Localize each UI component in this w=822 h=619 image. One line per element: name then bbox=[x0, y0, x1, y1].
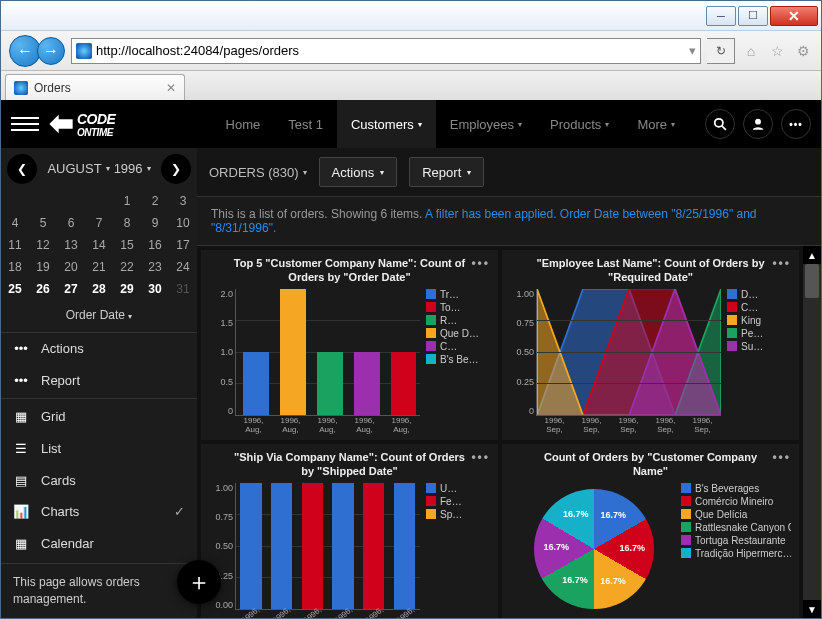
chart-plot[interactable]: 1.000.750.500.2501996,Sep,231996,Sep,241… bbox=[510, 289, 723, 434]
scrollbar[interactable]: ▲ ▼ bbox=[803, 246, 821, 618]
legend-item[interactable]: Rattlesnake Canyon Gr… bbox=[681, 522, 791, 533]
calendar-day[interactable]: 20 bbox=[57, 256, 85, 278]
calendar-day[interactable]: 17 bbox=[169, 234, 197, 256]
fab-add-button[interactable]: ＋ bbox=[177, 560, 221, 604]
window-minimize-button[interactable]: ─ bbox=[706, 6, 736, 26]
more-button[interactable]: ••• bbox=[781, 109, 811, 139]
calendar-day[interactable]: 15 bbox=[113, 234, 141, 256]
chart-plot[interactable]: 1.000.750.500.250.001996,Au…1996,Se…1996… bbox=[209, 483, 422, 618]
hamburger-menu-icon[interactable] bbox=[11, 110, 39, 138]
calendar-prev-button[interactable]: ❮ bbox=[7, 154, 37, 184]
legend-item[interactable]: Tr… bbox=[426, 289, 490, 300]
calendar-next-button[interactable]: ❯ bbox=[161, 154, 191, 184]
calendar-day[interactable]: 24 bbox=[169, 256, 197, 278]
calendar-day[interactable]: 30 bbox=[141, 278, 169, 300]
legend-item[interactable]: U… bbox=[426, 483, 490, 494]
chart-more-icon[interactable]: ••• bbox=[471, 450, 490, 464]
chart-more-icon[interactable]: ••• bbox=[772, 256, 791, 270]
legend-item[interactable]: Tortuga Restaurante bbox=[681, 535, 791, 546]
address-bar[interactable]: ▾ bbox=[71, 38, 701, 64]
settings-icon[interactable]: ⚙ bbox=[793, 41, 813, 61]
breadcrumb[interactable]: ORDERS (830) ▾ bbox=[209, 165, 307, 180]
window-maximize-button[interactable]: ☐ bbox=[738, 6, 768, 26]
scroll-thumb[interactable] bbox=[805, 264, 819, 298]
calendar-day[interactable]: 25 bbox=[1, 278, 29, 300]
nav-tab-test-1[interactable]: Test 1 bbox=[274, 100, 337, 148]
chart-plot[interactable]: 16.7%16.7%16.7%16.7%16.7%16.7% bbox=[510, 483, 677, 618]
legend-item[interactable]: King bbox=[727, 315, 791, 326]
report-button[interactable]: Report▾ bbox=[409, 157, 484, 187]
calendar-day[interactable]: 1 bbox=[113, 190, 141, 212]
calendar-day[interactable]: 31 bbox=[169, 278, 197, 300]
calendar-day[interactable]: 8 bbox=[113, 212, 141, 234]
calendar-title[interactable]: AUGUST▾ 1996▾ bbox=[47, 161, 150, 176]
legend-item[interactable]: Su… bbox=[727, 341, 791, 352]
home-icon[interactable]: ⌂ bbox=[741, 41, 761, 61]
calendar-day[interactable]: 3 bbox=[169, 190, 197, 212]
calendar-day[interactable]: 23 bbox=[141, 256, 169, 278]
calendar-day[interactable]: 10 bbox=[169, 212, 197, 234]
actions-button[interactable]: Actions▾ bbox=[319, 157, 398, 187]
scroll-down-icon[interactable]: ▼ bbox=[803, 600, 821, 618]
calendar-field-label[interactable]: Order Date ▾ bbox=[1, 300, 197, 333]
nav-tab-products[interactable]: Products ▾ bbox=[536, 100, 623, 148]
legend-item[interactable]: Fe… bbox=[426, 496, 490, 507]
calendar-day[interactable]: 28 bbox=[85, 278, 113, 300]
legend-item[interactable]: Sp… bbox=[426, 509, 490, 520]
scroll-up-icon[interactable]: ▲ bbox=[803, 246, 821, 264]
nav-tab-home[interactable]: Home bbox=[212, 100, 275, 148]
legend-item[interactable]: B's Be… bbox=[426, 354, 490, 365]
calendar-day[interactable]: 4 bbox=[1, 212, 29, 234]
url-input[interactable] bbox=[96, 43, 685, 58]
nav-tab-more[interactable]: More ▾ bbox=[623, 100, 689, 148]
window-close-button[interactable]: ✕ bbox=[770, 6, 818, 26]
chart-plot[interactable]: 2.01.51.00.501996,Aug,261996,Aug,271996,… bbox=[209, 289, 422, 434]
nav-tab-customers[interactable]: Customers ▾ bbox=[337, 100, 436, 148]
legend-item[interactable]: Que D… bbox=[426, 328, 490, 339]
calendar-day[interactable]: 27 bbox=[57, 278, 85, 300]
calendar-day[interactable]: 19 bbox=[29, 256, 57, 278]
favorites-icon[interactable]: ☆ bbox=[767, 41, 787, 61]
legend-item[interactable]: Pe… bbox=[727, 328, 791, 339]
legend-item[interactable]: B's Beverages bbox=[681, 483, 791, 494]
reload-button[interactable]: ↻ bbox=[707, 38, 735, 64]
calendar-day[interactable]: 21 bbox=[85, 256, 113, 278]
calendar-day[interactable]: 12 bbox=[29, 234, 57, 256]
chart-more-icon[interactable]: ••• bbox=[471, 256, 490, 270]
browser-forward-button[interactable]: → bbox=[37, 37, 65, 65]
legend-item[interactable]: C… bbox=[426, 341, 490, 352]
search-button[interactable] bbox=[705, 109, 735, 139]
legend-item[interactable]: C… bbox=[727, 302, 791, 313]
user-button[interactable] bbox=[743, 109, 773, 139]
calendar-grid[interactable]: 1234567891011121314151617181920212223242… bbox=[1, 190, 197, 300]
legend-item[interactable]: Tradição Hipermerc… bbox=[681, 548, 791, 559]
legend-item[interactable]: To… bbox=[426, 302, 490, 313]
sidebar-view-cards[interactable]: ▤Cards bbox=[1, 464, 197, 496]
calendar-day[interactable]: 7 bbox=[85, 212, 113, 234]
sidebar-view-grid[interactable]: ▦Grid bbox=[1, 401, 197, 433]
close-tab-icon[interactable]: ✕ bbox=[166, 81, 176, 95]
calendar-day[interactable]: 26 bbox=[29, 278, 57, 300]
nav-tab-employees[interactable]: Employees ▾ bbox=[436, 100, 536, 148]
calendar-day[interactable]: 9 bbox=[141, 212, 169, 234]
calendar-day[interactable]: 14 bbox=[85, 234, 113, 256]
sidebar-view-calendar[interactable]: ▦Calendar bbox=[1, 528, 197, 560]
calendar-day[interactable]: 13 bbox=[57, 234, 85, 256]
legend-item[interactable]: R… bbox=[426, 315, 490, 326]
browser-tab[interactable]: Orders ✕ bbox=[5, 74, 185, 100]
calendar-day[interactable]: 18 bbox=[1, 256, 29, 278]
sidebar-view-list[interactable]: ☰List bbox=[1, 433, 197, 465]
calendar-day[interactable]: 22 bbox=[113, 256, 141, 278]
chart-more-icon[interactable]: ••• bbox=[772, 450, 791, 464]
calendar-day[interactable]: 29 bbox=[113, 278, 141, 300]
legend-item[interactable]: Comércio Mineiro bbox=[681, 496, 791, 507]
sidebar-report[interactable]: •••Report bbox=[1, 364, 197, 396]
calendar-day[interactable]: 6 bbox=[57, 212, 85, 234]
calendar-day[interactable]: 5 bbox=[29, 212, 57, 234]
dropdown-icon[interactable]: ▾ bbox=[689, 43, 696, 58]
legend-item[interactable]: D… bbox=[727, 289, 791, 300]
calendar-day[interactable]: 11 bbox=[1, 234, 29, 256]
legend-item[interactable]: Que Delícia bbox=[681, 509, 791, 520]
sidebar-view-charts[interactable]: 📊Charts✓ bbox=[1, 496, 197, 528]
sidebar-actions[interactable]: •••Actions bbox=[1, 333, 197, 365]
